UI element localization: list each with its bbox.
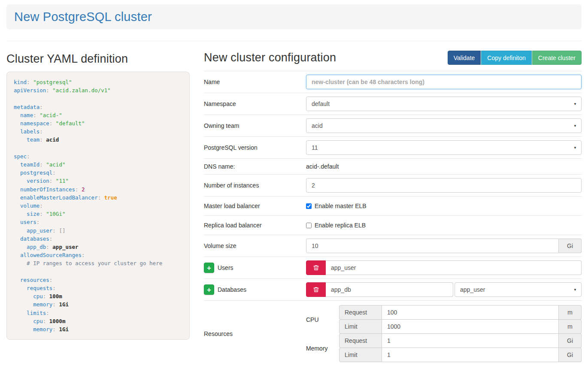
config-heading: New cluster configuration — [204, 51, 336, 64]
yaml-heading: Cluster YAML definition — [6, 52, 190, 66]
cpu-request-row: Request m — [339, 305, 582, 320]
row-users: + Users — [204, 257, 582, 278]
row-volume-size: Volume size Gi — [204, 235, 582, 257]
config-column: New cluster configuration Validate Copy … — [204, 41, 582, 369]
namespace-label: Namespace — [204, 100, 306, 108]
page-container: New PostgreSQL cluster Cluster YAML defi… — [0, 4, 588, 369]
pg-version-label: PostgreSQL version — [204, 143, 306, 152]
memory-label: Memory — [306, 334, 339, 363]
database-item: app_user ▼ — [306, 282, 582, 297]
pg-version-select[interactable]: 11 — [306, 140, 582, 155]
memory-request-input[interactable] — [382, 333, 559, 348]
database-owner-select[interactable]: app_user — [455, 282, 582, 297]
add-user-button[interactable]: + — [204, 263, 214, 273]
row-namespace: Namespace default ▼ — [204, 93, 582, 115]
replica-elb-checkbox[interactable] — [306, 223, 312, 228]
row-master-lb: Master load balancer Enable master ELB — [204, 196, 582, 215]
validate-button[interactable]: Validate — [448, 51, 481, 65]
volume-size-input[interactable] — [306, 239, 559, 253]
volume-size-label: Volume size — [204, 242, 306, 250]
row-name: Name — [204, 71, 582, 93]
create-cluster-button[interactable]: Create cluster — [532, 51, 582, 65]
name-input[interactable] — [306, 75, 582, 89]
delete-database-button[interactable] — [306, 282, 326, 297]
yaml-column: Cluster YAML definition kind: "postgresq… — [6, 41, 190, 340]
row-pg-version: PostgreSQL version 11 ▼ — [204, 136, 582, 158]
database-name-input[interactable] — [326, 282, 453, 297]
user-name-input[interactable] — [326, 260, 582, 275]
users-label-group: + Users — [204, 263, 306, 273]
resources-label: Resources — [204, 330, 306, 338]
page-header: New PostgreSQL cluster — [6, 4, 582, 29]
action-button-group: Validate Copy definiton Create cluster — [448, 51, 582, 65]
cpu-limit-addon: Limit — [339, 319, 382, 334]
row-dns-name: DNS name: acid-.default — [204, 158, 582, 174]
trash-icon — [313, 286, 319, 293]
volume-unit-addon: Gi — [559, 239, 582, 253]
users-label: Users — [218, 263, 233, 272]
master-elb-checkbox-label: Enable master ELB — [315, 203, 367, 209]
row-instances: Number of instances — [204, 174, 582, 196]
memory-request-unit: Gi — [559, 333, 582, 348]
owning-team-label: Owning team — [204, 121, 306, 130]
cpu-request-addon: Request — [339, 305, 382, 320]
replica-elb-checkbox-label: Enable replica ELB — [315, 222, 366, 229]
instances-label: Number of instances — [204, 181, 306, 190]
master-elb-checkbox[interactable] — [306, 203, 312, 209]
cluster-form: Name Namespace default ▼ — [204, 71, 582, 369]
row-resources: Resources CPU Memory Request m — [204, 300, 582, 369]
resource-group-labels: CPU Memory — [306, 305, 339, 363]
row-replica-lb: Replica load balancer Enable replica ELB — [204, 215, 582, 235]
owning-team-select[interactable]: acid — [306, 118, 582, 133]
yaml-code: kind: "postgresql"apiVersion: "acid.zala… — [14, 78, 182, 333]
cpu-limit-row: Limit m — [339, 319, 582, 334]
databases-label: Databases — [218, 285, 246, 294]
cpu-label: CPU — [306, 305, 339, 334]
instances-input[interactable] — [306, 178, 582, 193]
plus-icon: + — [207, 286, 211, 294]
memory-limit-row: Limit Gi — [339, 348, 582, 362]
row-databases: + Databases — [204, 278, 582, 300]
databases-label-group: + Databases — [204, 284, 306, 295]
master-elb-checkbox-line: Enable master ELB — [306, 203, 367, 209]
namespace-select[interactable]: default — [306, 97, 582, 111]
cpu-request-unit: m — [559, 305, 582, 320]
page-title: New PostgreSQL cluster — [14, 10, 152, 24]
main-content: Cluster YAML definition kind: "postgresq… — [6, 41, 582, 369]
copy-definition-button[interactable]: Copy definiton — [481, 51, 532, 65]
memory-limit-unit: Gi — [559, 348, 582, 362]
replica-lb-label: Replica load balancer — [204, 221, 306, 230]
cpu-limit-input[interactable] — [382, 319, 559, 334]
add-database-button[interactable]: + — [204, 284, 214, 295]
user-item — [306, 260, 582, 275]
cpu-limit-unit: m — [559, 319, 582, 334]
delete-user-button[interactable] — [306, 260, 326, 275]
memory-request-row: Request Gi — [339, 333, 582, 348]
resources-table: Request m Limit m Request — [339, 305, 582, 363]
yaml-definition-panel: kind: "postgresql"apiVersion: "acid.zala… — [6, 72, 190, 340]
master-lb-label: Master load balancer — [204, 202, 306, 210]
memory-limit-addon: Limit — [339, 348, 382, 362]
dns-name-value: acid-.default — [306, 163, 339, 170]
trash-icon — [313, 264, 319, 271]
memory-limit-input[interactable] — [382, 348, 559, 362]
plus-icon: + — [207, 264, 211, 272]
config-header: New cluster configuration Validate Copy … — [204, 51, 582, 65]
name-label: Name — [204, 78, 306, 86]
cpu-request-input[interactable] — [382, 305, 559, 320]
row-owning-team: Owning team acid ▼ — [204, 115, 582, 136]
memory-request-addon: Request — [339, 333, 382, 348]
dns-name-label: DNS name: — [204, 162, 306, 171]
replica-elb-checkbox-line: Enable replica ELB — [306, 222, 366, 229]
